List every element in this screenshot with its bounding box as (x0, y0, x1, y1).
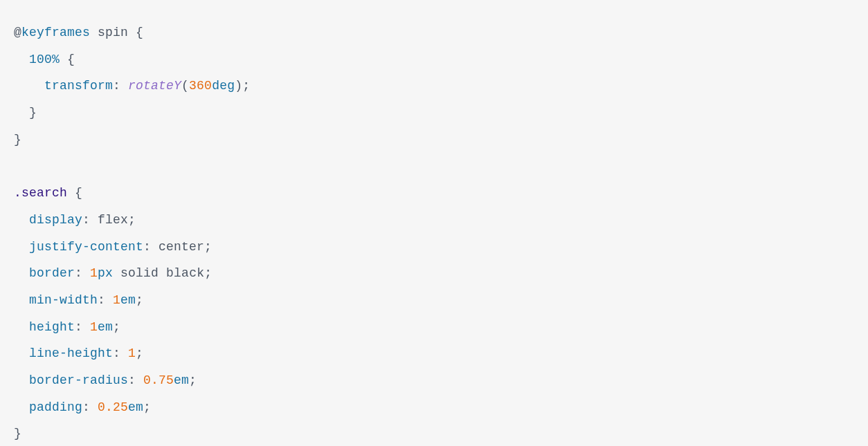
animation-name: spin (98, 26, 128, 39)
css-number: 1 (128, 346, 136, 360)
colon: : (75, 320, 82, 334)
lparen: ( (181, 79, 189, 93)
semicolon: ; (136, 293, 143, 307)
open-brace: { (75, 186, 82, 200)
colon: : (113, 79, 120, 93)
indent (14, 400, 29, 414)
css-property: transform (44, 79, 113, 93)
semicolon: ; (136, 346, 143, 360)
css-number: 1 (113, 293, 120, 307)
at-symbol: @ (14, 26, 21, 39)
semicolon: ; (204, 266, 212, 280)
css-function: rotateY (128, 79, 181, 93)
css-property: min-width (29, 293, 98, 307)
indent (14, 240, 29, 254)
css-property: display (29, 213, 82, 227)
css-value: center (159, 240, 204, 254)
indent (14, 213, 29, 227)
css-unit: em (174, 373, 189, 387)
css-unit: em (120, 293, 136, 307)
colon: : (75, 266, 82, 280)
css-unit: em (128, 400, 143, 414)
css-number: 0.25 (98, 400, 128, 414)
semicolon: ; (113, 320, 120, 334)
semicolon: ; (128, 213, 136, 227)
colon: : (82, 213, 90, 227)
css-code-block: @keyframes spin { 100% { transform: rota… (14, 19, 854, 446)
semicolon: ; (204, 240, 212, 254)
indent (14, 320, 29, 334)
close-brace: } (14, 133, 21, 147)
indent (14, 53, 29, 66)
close-brace: } (29, 106, 37, 120)
keyframe-percent: 100% (29, 53, 60, 66)
colon: : (128, 373, 136, 387)
rparen: ) (235, 79, 242, 93)
semicolon: ; (143, 400, 151, 414)
keyframes-keyword: keyframes (21, 26, 90, 39)
colon: : (82, 400, 90, 414)
css-property: padding (29, 400, 82, 414)
css-number: 1 (90, 320, 98, 334)
css-value: flex (98, 213, 128, 227)
css-property: height (29, 320, 75, 334)
css-number: 0.75 (143, 373, 174, 387)
css-unit: px (98, 266, 113, 280)
open-brace: { (136, 26, 143, 39)
css-unit: deg (212, 79, 235, 93)
semicolon: ; (189, 373, 197, 387)
colon: : (143, 240, 151, 254)
colon: : (113, 346, 120, 360)
indent (14, 373, 29, 387)
semicolon: ; (242, 79, 250, 93)
css-property: line-height (29, 346, 113, 360)
indent (14, 79, 44, 93)
close-brace: } (14, 427, 21, 440)
colon: : (98, 293, 105, 307)
css-number: 360 (189, 79, 212, 93)
css-property: border (29, 266, 75, 280)
css-property: justify-content (29, 240, 143, 254)
css-property: border-radius (29, 373, 128, 387)
css-unit: em (98, 320, 113, 334)
indent (14, 346, 29, 360)
open-brace: { (67, 53, 75, 66)
css-value: solid black (120, 266, 204, 280)
indent (14, 293, 29, 307)
indent (14, 106, 29, 120)
css-number: 1 (90, 266, 98, 280)
indent (14, 266, 29, 280)
css-selector: .search (14, 186, 67, 200)
